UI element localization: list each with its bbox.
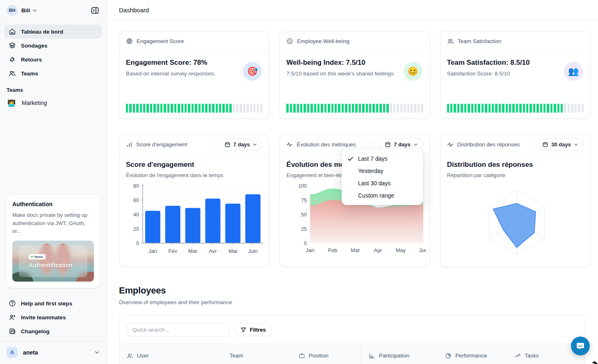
card-header-label: Score d'engagement bbox=[136, 141, 187, 148]
user-menu[interactable]: Bill bbox=[21, 7, 37, 14]
date-range-button[interactable]: 7 days bbox=[219, 139, 262, 150]
column-header-participation[interactable]: Participation bbox=[361, 344, 437, 364]
header-separator bbox=[374, 140, 374, 149]
news-badge-label: News bbox=[34, 255, 43, 259]
chart-title: Distribution des réponses bbox=[447, 161, 584, 169]
promo-image-title: Authentification bbox=[29, 262, 87, 268]
menu-item-last-7-days[interactable]: Last 7 days bbox=[342, 152, 423, 165]
busts-emoji-badge: 👥 bbox=[564, 62, 583, 81]
chart-body: Score d'engagement Évolution de l'engage… bbox=[119, 155, 269, 259]
teams-section-label: Teams bbox=[0, 80, 106, 95]
card-header-actions: 30 days bbox=[531, 139, 584, 150]
smiley-icon bbox=[286, 38, 293, 45]
authentication-promo-card[interactable]: Authentication Make docs private by sett… bbox=[6, 194, 100, 288]
sidebar-footer-nav: Help and first steps Invite teammates Ch… bbox=[0, 295, 106, 338]
svg-text:Avr: Avr bbox=[209, 248, 217, 254]
chevron-down-icon bbox=[574, 142, 578, 147]
user-plus-icon bbox=[9, 314, 16, 321]
bar-chart-icon bbox=[369, 353, 375, 359]
card-header: Distribution des réponses 30 days bbox=[441, 135, 590, 155]
menu-item-label: Last 7 days bbox=[358, 155, 388, 162]
trend-up-icon bbox=[514, 353, 521, 359]
chevron-down-icon bbox=[413, 142, 418, 147]
chat-launcher-button[interactable] bbox=[571, 337, 590, 355]
news-badge: News bbox=[29, 254, 46, 259]
sidebar-item-retours[interactable]: Retours bbox=[4, 52, 102, 66]
stat-subtitle: Satisfaction Score: 8.5/10 bbox=[447, 71, 584, 77]
svg-text:Mar: Mar bbox=[351, 247, 361, 253]
search-input[interactable] bbox=[127, 323, 229, 337]
sidebar-item-invite-teammates[interactable]: Invite teammates bbox=[4, 310, 102, 324]
column-header-performance[interactable]: Performance bbox=[437, 344, 507, 364]
promo-image: News Authentification bbox=[12, 241, 94, 282]
collapse-sidebar-button[interactable] bbox=[89, 5, 100, 16]
user-avatar[interactable]: BH bbox=[7, 5, 18, 16]
employees-section-header: Employees Overview of employees and thei… bbox=[107, 285, 598, 305]
footer-item-label: Changelog bbox=[21, 328, 50, 334]
stat-subtitle: 7.5/10 based on this week's shared feeli… bbox=[286, 71, 423, 77]
funnel-icon bbox=[240, 327, 247, 333]
workspace-switcher[interactable]: A aneta bbox=[0, 342, 106, 364]
stat-title: Well-being Index: 7.5/10 bbox=[286, 59, 423, 67]
home-icon bbox=[9, 28, 16, 35]
users-icon bbox=[9, 70, 16, 77]
column-label: Tasks bbox=[525, 353, 539, 359]
column-label: Performance bbox=[455, 353, 487, 359]
svg-text:50: 50 bbox=[301, 212, 307, 218]
menu-item-custom-range[interactable]: Custom range bbox=[342, 189, 423, 202]
svg-text:75: 75 bbox=[301, 198, 307, 203]
progress-segments bbox=[447, 104, 584, 113]
svg-text:Feb: Feb bbox=[328, 247, 337, 253]
employees-title: Employees bbox=[119, 285, 585, 296]
svg-text:100: 100 bbox=[298, 183, 307, 189]
chart-title: Score d'engagement bbox=[126, 161, 262, 169]
promo-glass-overlay: News Authentification bbox=[19, 245, 87, 277]
date-range-button[interactable]: 7 days bbox=[379, 139, 423, 150]
menu-item-yesterday[interactable]: Yesterday bbox=[342, 165, 423, 177]
filters-button[interactable]: Filtres bbox=[235, 323, 272, 336]
workspace-name: aneta bbox=[23, 349, 38, 356]
sidebar-item-teams[interactable]: Teams bbox=[4, 66, 102, 80]
svg-text:0: 0 bbox=[304, 241, 307, 246]
stat-title: Team Satisfaction: 8.5/10 bbox=[447, 59, 584, 67]
card-header: Team Satisfaction bbox=[441, 32, 590, 51]
sidebar-item-marketing[interactable]: 🧑‍💻 Marketing bbox=[4, 96, 102, 110]
workspace-avatar: A bbox=[7, 347, 18, 358]
sidebar-item-changelog[interactable]: Changelog bbox=[4, 324, 102, 338]
progress-segments bbox=[126, 104, 262, 113]
svg-text:Mai: Mai bbox=[228, 248, 237, 254]
stat-subtitle: Based on internal survey responses. bbox=[126, 71, 262, 77]
calendar-icon bbox=[542, 141, 548, 148]
menu-item-last-30-days[interactable]: Last 30 days bbox=[342, 177, 423, 189]
date-range-dropdown-menu: Last 7 days Yesterday Last 30 days Custo… bbox=[342, 149, 423, 205]
chart-subtitle: Répartition par catégorie bbox=[447, 172, 584, 178]
filters-label: Filtres bbox=[250, 327, 266, 333]
column-header-user[interactable]: User bbox=[119, 344, 222, 364]
svg-text:25: 25 bbox=[301, 226, 307, 232]
calendar-icon bbox=[385, 141, 391, 148]
stat-cards-row: Engagement Score Engagement Score: 78% B… bbox=[107, 31, 598, 119]
svg-text:20: 20 bbox=[133, 226, 139, 232]
promo-body: Make docs private by setting up authenti… bbox=[12, 211, 94, 235]
menu-item-label: Custom range bbox=[358, 192, 394, 199]
column-header-position[interactable]: Position bbox=[291, 344, 361, 364]
svg-text:80: 80 bbox=[133, 183, 139, 189]
date-range-button[interactable]: 30 days bbox=[537, 139, 584, 150]
card-header-actions: 7 days bbox=[213, 139, 262, 150]
column-label: Position bbox=[309, 353, 329, 359]
column-header-team[interactable]: Team bbox=[222, 344, 291, 364]
card-header-label: Team Satisfaction bbox=[458, 38, 502, 44]
sidebar-item-tableau-de-bord[interactable]: Tableau de bord bbox=[4, 25, 102, 39]
chat-icon bbox=[575, 341, 585, 351]
engagement-score-card: Engagement Score Engagement Score: 78% B… bbox=[119, 31, 269, 119]
svg-text:Mar: Mar bbox=[188, 248, 198, 254]
technologist-emoji-icon: 🧑‍💻 bbox=[7, 99, 16, 107]
card-header-label: Engagement Score bbox=[137, 38, 184, 44]
pie-chart-icon bbox=[445, 353, 452, 359]
engagement-chart-card: Score d'engagement 7 days Score d bbox=[119, 134, 269, 267]
calendar-icon bbox=[224, 141, 231, 148]
sidebar-item-sondages[interactable]: Sondages bbox=[4, 39, 102, 52]
progress-segments bbox=[286, 104, 423, 113]
card-header-label: Employee Well-being bbox=[297, 38, 349, 44]
sidebar-item-help[interactable]: Help and first steps bbox=[4, 296, 102, 310]
